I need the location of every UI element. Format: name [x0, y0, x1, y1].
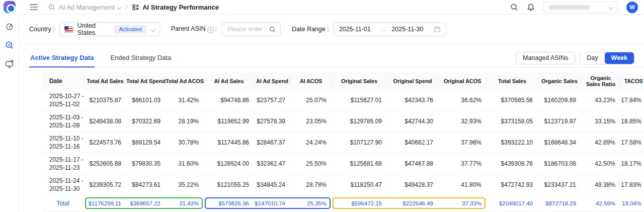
- total-label: Total: [42, 195, 84, 211]
- header-cell-ai-ad-sales: AI Ad Sales: [204, 73, 254, 90]
- sidebar: [0, 15, 19, 212]
- table-row: 2025-10-27 -2025-11-02 $210375.87 $66101…: [42, 90, 644, 111]
- breadcrumb-parent[interactable]: AI Ad Management: [59, 4, 115, 11]
- ad-management-active-icon: [5, 41, 14, 50]
- country-label: Country :: [29, 26, 55, 33]
- header-cell-original-acos: Original ACOS: [438, 73, 487, 90]
- chevron-down-icon: [150, 27, 155, 32]
- top-bar: AI Ad Management / AI Strategy Performan…: [0, 0, 644, 15]
- us-flag-icon: [64, 26, 73, 33]
- country-value: United States: [77, 22, 111, 36]
- table-row: 2025-11-24 -2025-11-30 $239305.72 $84273…: [42, 174, 644, 195]
- header-cell-ai-ad-spend: AI Ad Spend: [254, 73, 290, 90]
- tab-ended-strategy-data[interactable]: Ended Strategy Data: [109, 49, 172, 67]
- chevron-down-icon: [609, 5, 613, 10]
- menu-fold-icon[interactable]: [30, 4, 38, 11]
- input-search-icon[interactable]: [269, 26, 276, 33]
- filter-bar: Country : United States Activated Parent…: [19, 15, 644, 44]
- ad-management-icon: [48, 3, 56, 11]
- parent-asin-label: Parent ASIN:: [171, 25, 217, 34]
- date-start[interactable]: 2025-11-01: [339, 26, 377, 33]
- table-total-row: Total $1176299.11 $369657.22 31.43% $579…: [42, 195, 644, 211]
- header-cell-date: Date: [42, 73, 84, 90]
- date-range-picker[interactable]: 2025-11-01 2025-11-30: [334, 22, 446, 36]
- table-header: Date Total Ad Sales Total Ad Spend Total…: [42, 73, 644, 90]
- date-range-label: Date Range :: [292, 26, 329, 33]
- header-cell-total-ad-acos: Total Ad ACOS: [166, 73, 204, 90]
- parent-asin-input[interactable]: [226, 25, 267, 33]
- compass-arrow-icon: [5, 22, 14, 31]
- tabs-bar: Active Strategy Data Ended Strategy Data…: [19, 49, 644, 67]
- header-cell-total-sales: Total Sales: [487, 73, 538, 90]
- help-icon[interactable]: [207, 27, 214, 33]
- breadcrumb: AI Ad Management / AI Strategy Performan…: [48, 3, 219, 11]
- table-row: 2025-11-17 -2025-11-23 $252605.68 $79830…: [42, 153, 644, 174]
- header-cell-total-ad-spend: Total Ad Spend: [126, 73, 166, 90]
- parent-asin-search[interactable]: [221, 22, 281, 36]
- page-title: AI Strategy Performance: [142, 4, 219, 11]
- strategy-performance-icon: [132, 4, 139, 11]
- search-icon[interactable]: [510, 3, 518, 11]
- avatar[interactable]: W: [626, 2, 638, 13]
- sidebar-item-settings[interactable]: [4, 58, 16, 70]
- calendar-icon: [434, 26, 441, 33]
- table-row: 2025-11-03 -2025-11-09 $249438.08 $70322…: [42, 111, 644, 132]
- arrow-right-icon: [381, 26, 387, 33]
- header-cell-organic-sales: Organic Sales: [538, 73, 581, 90]
- bell-icon[interactable]: [527, 3, 535, 12]
- header-cell-original-spend: Original Spend: [387, 73, 438, 90]
- day-button[interactable]: Day: [580, 52, 604, 64]
- workspace-select[interactable]: [543, 2, 618, 13]
- monitor-gear-icon: [5, 59, 14, 68]
- date-end[interactable]: 2025-11-30: [391, 26, 429, 33]
- breadcrumb-divider: /: [126, 4, 128, 11]
- week-button[interactable]: Week: [605, 52, 634, 64]
- tab-active-strategy-data[interactable]: Active Strategy Data: [29, 49, 95, 67]
- table-row: 2025-11-10 -2025-11-16 $224573.76 $69129…: [42, 132, 644, 153]
- header-cell-original-sales: Original Sales: [332, 73, 387, 90]
- app-logo: [4, 1, 16, 13]
- main-content: Country : United States Activated Parent…: [19, 15, 644, 212]
- sidebar-item-ai-ad-management[interactable]: [4, 39, 16, 51]
- header-cell-organic-sales-ratio: Organic Sales Ratio: [581, 73, 620, 90]
- chevron-down-icon[interactable]: [117, 5, 121, 10]
- activated-badge: Activated: [114, 25, 146, 34]
- header-cell-tacos: TACOS: [620, 73, 644, 90]
- topbar-actions: W: [510, 2, 638, 13]
- country-select[interactable]: United States Activated: [59, 22, 160, 36]
- blurred-text: [549, 5, 590, 10]
- granularity-toggle: Day Week: [580, 52, 634, 64]
- header-cell-total-ad-sales: Total Ad Sales: [84, 73, 126, 90]
- header-cell-ai-acos: AI ACOS: [290, 73, 332, 90]
- managed-asins-button[interactable]: Managed ASINs: [516, 52, 575, 64]
- strategy-data-table: Date Total Ad Sales Total Ad Spend Total…: [42, 73, 644, 211]
- sidebar-item-campaign[interactable]: [4, 21, 16, 33]
